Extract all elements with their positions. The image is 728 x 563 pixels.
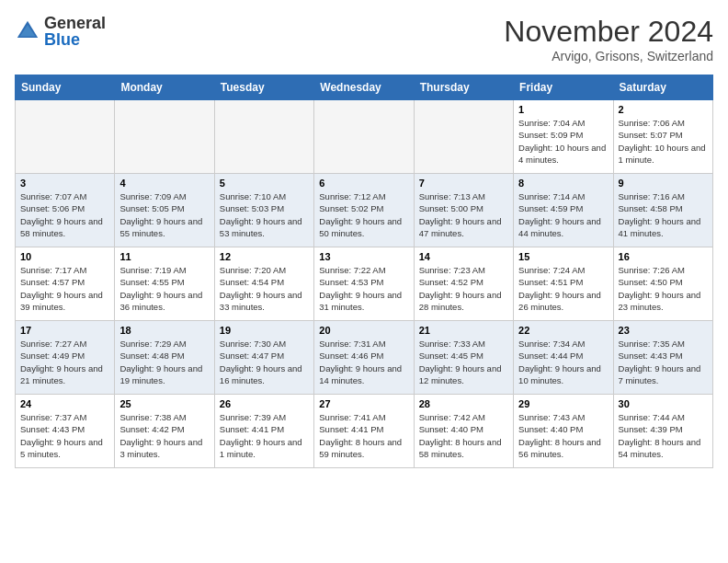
day-number: 19 xyxy=(220,325,309,336)
calendar-cell: 22Sunrise: 7:34 AMSunset: 4:44 PMDayligh… xyxy=(514,321,613,395)
day-info: Sunrise: 7:10 AMSunset: 5:03 PMDaylight:… xyxy=(220,190,309,239)
calendar-table: SundayMondayTuesdayWednesdayThursdayFrid… xyxy=(15,75,713,468)
logo-icon xyxy=(15,18,40,44)
logo-blue-text: Blue xyxy=(44,31,106,48)
calendar-cell: 10Sunrise: 7:17 AMSunset: 4:57 PMDayligh… xyxy=(16,247,115,321)
header-day-friday: Friday xyxy=(514,75,613,100)
day-number: 7 xyxy=(419,178,508,189)
day-info: Sunrise: 7:06 AMSunset: 5:07 PMDaylight:… xyxy=(619,117,708,166)
header-day-thursday: Thursday xyxy=(414,75,513,100)
header-day-wednesday: Wednesday xyxy=(314,75,414,100)
calendar-cell: 21Sunrise: 7:33 AMSunset: 4:45 PMDayligh… xyxy=(414,321,513,395)
day-number: 6 xyxy=(319,178,408,189)
calendar-cell: 6Sunrise: 7:12 AMSunset: 5:02 PMDaylight… xyxy=(314,174,414,247)
title-area: November 2024 Arvigo, Grisons, Switzerla… xyxy=(504,15,713,63)
header-day-monday: Monday xyxy=(115,75,214,100)
calendar-cell: 1Sunrise: 7:04 AMSunset: 5:09 PMDaylight… xyxy=(514,100,613,174)
calendar-cell: 16Sunrise: 7:26 AMSunset: 4:50 PMDayligh… xyxy=(613,247,712,321)
day-info: Sunrise: 7:13 AMSunset: 5:00 PMDaylight:… xyxy=(419,190,508,239)
day-info: Sunrise: 7:09 AMSunset: 5:05 PMDaylight:… xyxy=(119,190,209,239)
calendar-cell: 12Sunrise: 7:20 AMSunset: 4:54 PMDayligh… xyxy=(214,247,313,321)
calendar-cell: 25Sunrise: 7:38 AMSunset: 4:42 PMDayligh… xyxy=(115,395,214,468)
day-number: 12 xyxy=(220,251,309,262)
calendar-cell xyxy=(214,100,313,174)
day-number: 29 xyxy=(518,398,608,409)
calendar-cell xyxy=(414,100,513,174)
week-row-1: 1Sunrise: 7:04 AMSunset: 5:09 PMDaylight… xyxy=(16,100,713,174)
day-number: 24 xyxy=(20,398,109,409)
day-info: Sunrise: 7:31 AMSunset: 4:46 PMDaylight:… xyxy=(319,338,408,386)
day-info: Sunrise: 7:19 AMSunset: 4:55 PMDaylight:… xyxy=(119,264,209,313)
calendar-cell: 11Sunrise: 7:19 AMSunset: 4:55 PMDayligh… xyxy=(115,247,214,321)
day-number: 4 xyxy=(119,178,209,189)
day-info: Sunrise: 7:16 AMSunset: 4:58 PMDaylight:… xyxy=(619,190,708,239)
calendar-cell: 18Sunrise: 7:29 AMSunset: 4:48 PMDayligh… xyxy=(115,321,214,395)
day-number: 22 xyxy=(518,325,608,336)
day-number: 1 xyxy=(518,104,608,115)
day-info: Sunrise: 7:07 AMSunset: 5:06 PMDaylight:… xyxy=(20,190,109,239)
day-number: 15 xyxy=(518,251,608,262)
calendar-cell: 19Sunrise: 7:30 AMSunset: 4:47 PMDayligh… xyxy=(214,321,313,395)
day-number: 5 xyxy=(220,178,309,189)
day-number: 23 xyxy=(619,325,708,336)
day-number: 14 xyxy=(419,251,508,262)
day-number: 25 xyxy=(119,398,209,409)
day-info: Sunrise: 7:26 AMSunset: 4:50 PMDaylight:… xyxy=(619,264,708,313)
header-day-sunday: Sunday xyxy=(16,75,115,100)
day-info: Sunrise: 7:35 AMSunset: 4:43 PMDaylight:… xyxy=(619,338,708,386)
day-number: 20 xyxy=(319,325,408,336)
calendar-cell xyxy=(115,100,214,174)
day-info: Sunrise: 7:27 AMSunset: 4:49 PMDaylight:… xyxy=(20,338,109,386)
week-row-3: 10Sunrise: 7:17 AMSunset: 4:57 PMDayligh… xyxy=(16,247,713,321)
header-row: SundayMondayTuesdayWednesdayThursdayFrid… xyxy=(16,75,713,100)
day-number: 27 xyxy=(319,398,408,409)
week-row-5: 24Sunrise: 7:37 AMSunset: 4:43 PMDayligh… xyxy=(16,395,713,468)
calendar-cell xyxy=(314,100,414,174)
calendar-cell: 3Sunrise: 7:07 AMSunset: 5:06 PMDaylight… xyxy=(16,174,115,247)
calendar-cell: 30Sunrise: 7:44 AMSunset: 4:39 PMDayligh… xyxy=(613,395,712,468)
day-number: 30 xyxy=(619,398,708,409)
day-info: Sunrise: 7:43 AMSunset: 4:40 PMDaylight:… xyxy=(518,411,608,460)
day-info: Sunrise: 7:04 AMSunset: 5:09 PMDaylight:… xyxy=(518,117,608,166)
calendar-cell xyxy=(16,100,115,174)
calendar-cell: 14Sunrise: 7:23 AMSunset: 4:52 PMDayligh… xyxy=(414,247,513,321)
calendar-cell: 27Sunrise: 7:41 AMSunset: 4:41 PMDayligh… xyxy=(314,395,414,468)
calendar-cell: 24Sunrise: 7:37 AMSunset: 4:43 PMDayligh… xyxy=(16,395,115,468)
calendar-cell: 20Sunrise: 7:31 AMSunset: 4:46 PMDayligh… xyxy=(314,321,414,395)
week-row-2: 3Sunrise: 7:07 AMSunset: 5:06 PMDaylight… xyxy=(16,174,713,247)
day-number: 3 xyxy=(20,178,109,189)
day-info: Sunrise: 7:42 AMSunset: 4:40 PMDaylight:… xyxy=(419,411,508,460)
day-info: Sunrise: 7:29 AMSunset: 4:48 PMDaylight:… xyxy=(119,338,209,386)
calendar-cell: 5Sunrise: 7:10 AMSunset: 5:03 PMDaylight… xyxy=(214,174,313,247)
day-number: 28 xyxy=(419,398,508,409)
calendar-cell: 15Sunrise: 7:24 AMSunset: 4:51 PMDayligh… xyxy=(514,247,613,321)
day-number: 21 xyxy=(419,325,508,336)
month-title: November 2024 xyxy=(504,15,713,49)
calendar-cell: 2Sunrise: 7:06 AMSunset: 5:07 PMDaylight… xyxy=(613,100,712,174)
calendar-cell: 17Sunrise: 7:27 AMSunset: 4:49 PMDayligh… xyxy=(16,321,115,395)
day-info: Sunrise: 7:37 AMSunset: 4:43 PMDaylight:… xyxy=(20,411,109,460)
day-number: 9 xyxy=(619,178,708,189)
location: Arvigo, Grisons, Switzerland xyxy=(504,49,713,63)
calendar-cell: 13Sunrise: 7:22 AMSunset: 4:53 PMDayligh… xyxy=(314,247,414,321)
header-day-saturday: Saturday xyxy=(613,75,712,100)
calendar-cell: 8Sunrise: 7:14 AMSunset: 4:59 PMDaylight… xyxy=(514,174,613,247)
calendar-cell: 4Sunrise: 7:09 AMSunset: 5:05 PMDaylight… xyxy=(115,174,214,247)
day-info: Sunrise: 7:41 AMSunset: 4:41 PMDaylight:… xyxy=(319,411,408,460)
logo: General Blue xyxy=(15,15,106,48)
day-info: Sunrise: 7:44 AMSunset: 4:39 PMDaylight:… xyxy=(619,411,708,460)
day-number: 13 xyxy=(319,251,408,262)
header: General Blue November 2024 Arvigo, Griso… xyxy=(15,15,713,63)
day-number: 26 xyxy=(220,398,309,409)
calendar-cell: 26Sunrise: 7:39 AMSunset: 4:41 PMDayligh… xyxy=(214,395,313,468)
week-row-4: 17Sunrise: 7:27 AMSunset: 4:49 PMDayligh… xyxy=(16,321,713,395)
calendar-cell: 28Sunrise: 7:42 AMSunset: 4:40 PMDayligh… xyxy=(414,395,513,468)
day-number: 17 xyxy=(20,325,109,336)
day-info: Sunrise: 7:24 AMSunset: 4:51 PMDaylight:… xyxy=(518,264,608,313)
calendar-cell: 29Sunrise: 7:43 AMSunset: 4:40 PMDayligh… xyxy=(514,395,613,468)
day-info: Sunrise: 7:30 AMSunset: 4:47 PMDaylight:… xyxy=(220,338,309,386)
day-info: Sunrise: 7:17 AMSunset: 4:57 PMDaylight:… xyxy=(20,264,109,313)
logo-general-text: General xyxy=(44,15,106,31)
day-info: Sunrise: 7:38 AMSunset: 4:42 PMDaylight:… xyxy=(119,411,209,460)
day-number: 11 xyxy=(119,251,209,262)
